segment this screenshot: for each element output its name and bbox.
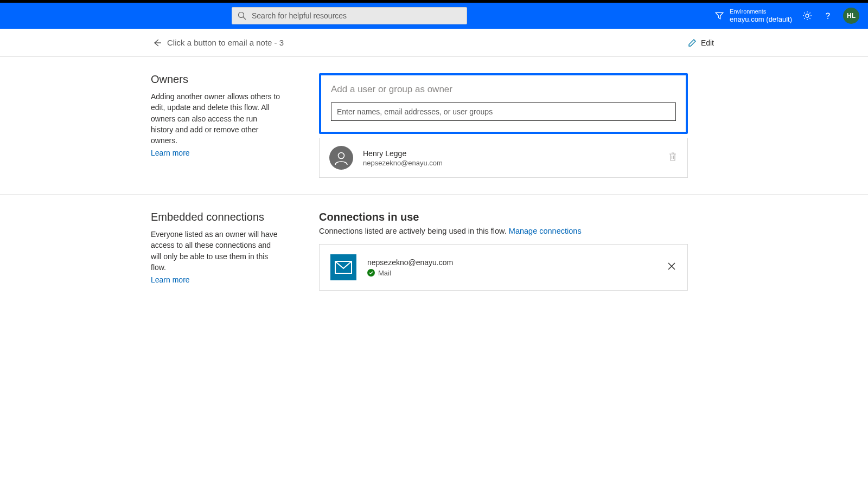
connection-row: nepsezekno@enayu.com Mail bbox=[319, 244, 688, 291]
filter-icon bbox=[714, 11, 724, 21]
connection-type: Mail bbox=[378, 269, 391, 277]
app-header: Environments enayu.com (default) HL bbox=[0, 3, 868, 29]
add-owner-panel: Add a user or group as owner bbox=[319, 73, 688, 134]
edit-button[interactable]: Edit bbox=[688, 38, 714, 47]
global-search[interactable] bbox=[232, 7, 467, 24]
page-title: Click a button to email a note - 3 bbox=[167, 38, 284, 47]
owner-name: Henry Legge bbox=[363, 149, 658, 158]
envelope-icon bbox=[335, 261, 352, 274]
pencil-icon bbox=[688, 38, 697, 47]
back-button[interactable] bbox=[152, 38, 162, 48]
add-owner-input[interactable] bbox=[331, 102, 676, 121]
manage-connections-link[interactable]: Manage connections bbox=[509, 227, 582, 235]
environment-picker[interactable]: Environments enayu.com (default) bbox=[714, 8, 792, 24]
page-subheader: Click a button to email a note - 3 Edit bbox=[0, 29, 868, 57]
owners-learn-more-link[interactable]: Learn more bbox=[151, 149, 190, 157]
settings-button[interactable] bbox=[802, 10, 813, 21]
user-avatar[interactable]: HL bbox=[843, 8, 859, 24]
owners-section: Owners Adding another owner allows other… bbox=[0, 57, 868, 195]
person-icon bbox=[333, 150, 349, 166]
connections-in-use-title: Connections in use bbox=[319, 211, 688, 223]
mail-connector-icon bbox=[330, 254, 356, 280]
add-owner-title: Add a user or group as owner bbox=[331, 84, 676, 95]
svg-point-0 bbox=[239, 12, 244, 18]
connections-section: Embedded connections Everyone listed as … bbox=[0, 195, 868, 307]
close-icon bbox=[667, 261, 676, 271]
search-input[interactable] bbox=[252, 11, 461, 20]
embedded-connections-description: Everyone listed as an owner will have ac… bbox=[151, 229, 281, 273]
search-icon bbox=[238, 11, 246, 20]
owner-row: Henry Legge nepsezekno@enayu.com bbox=[319, 138, 688, 178]
connections-learn-more-link[interactable]: Learn more bbox=[151, 275, 190, 284]
embedded-connections-title: Embedded connections bbox=[151, 211, 281, 223]
connections-description: Connections listed are actively being us… bbox=[319, 227, 688, 235]
owner-email: nepsezekno@enayu.com bbox=[363, 159, 658, 167]
owners-description: Adding another owner allows others to ed… bbox=[151, 91, 281, 146]
gear-icon bbox=[802, 10, 813, 21]
arrow-left-icon bbox=[152, 38, 162, 48]
help-button[interactable] bbox=[822, 10, 833, 21]
status-ok-icon bbox=[367, 269, 375, 277]
environment-name: enayu.com (default) bbox=[730, 15, 792, 24]
owner-avatar bbox=[329, 146, 353, 170]
checkmark-icon bbox=[368, 270, 374, 275]
remove-owner-button[interactable] bbox=[668, 151, 678, 164]
svg-point-3 bbox=[827, 18, 828, 19]
help-icon bbox=[823, 11, 833, 21]
edit-label: Edit bbox=[701, 38, 714, 47]
connection-account: nepsezekno@enayu.com bbox=[367, 258, 656, 267]
svg-point-4 bbox=[339, 153, 344, 159]
svg-point-2 bbox=[806, 14, 809, 17]
remove-connection-button[interactable] bbox=[667, 261, 676, 273]
svg-line-1 bbox=[244, 17, 246, 20]
trash-icon bbox=[668, 151, 678, 162]
environments-label: Environments bbox=[730, 8, 792, 15]
owners-title: Owners bbox=[151, 73, 281, 86]
